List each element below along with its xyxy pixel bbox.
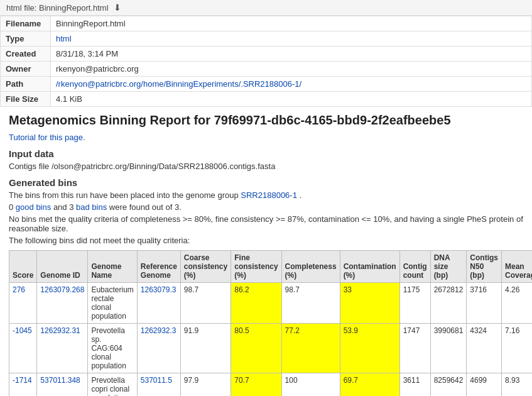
table-cell: 70.7 bbox=[231, 373, 281, 397]
table-cell[interactable]: 537011.348 bbox=[37, 373, 88, 397]
file-info-label: File Size bbox=[1, 92, 51, 107]
file-info-value: BinningReport.html bbox=[51, 16, 532, 31]
table-cell: 98.7 bbox=[281, 283, 340, 324]
top-bar: html file: BinningReport.html ⬇ bbox=[0, 0, 532, 16]
table-cell: 91.9 bbox=[180, 324, 231, 373]
table-header: Genome Name bbox=[88, 251, 137, 283]
bins-count-text: 0 good bins and 3 bad bins were found ou… bbox=[9, 202, 523, 212]
table-link[interactable]: 537011.348 bbox=[40, 376, 80, 385]
table-header: Reference Genome bbox=[137, 251, 180, 283]
table-header: Mean Coverage bbox=[502, 251, 532, 283]
table-row: -1714537011.348Prevotella copri clonal p… bbox=[9, 373, 533, 397]
table-link[interactable]: -1045 bbox=[13, 326, 32, 335]
bad-bins-link[interactable]: bad bins bbox=[76, 202, 107, 212]
table-header: Fine consistency (%) bbox=[231, 251, 281, 283]
table-cell: Prevotella sp. CAG:604 clonal population bbox=[88, 324, 137, 373]
generated-bins-heading: Generated bins bbox=[9, 177, 523, 188]
file-info-link[interactable]: html bbox=[56, 34, 72, 43]
file-info-value[interactable]: html bbox=[51, 31, 532, 47]
top-bar-title: html file: BinningReport.html bbox=[6, 3, 109, 13]
table-link[interactable]: 1262932.3 bbox=[141, 326, 176, 335]
good-bins-link[interactable]: good bins bbox=[16, 202, 51, 212]
table-header: Contig count bbox=[399, 251, 430, 283]
table-cell[interactable]: -1045 bbox=[9, 324, 37, 373]
file-info-link[interactable]: /rkenyon@patricbrc.org/home/BinningExper… bbox=[56, 79, 301, 89]
file-info-label: Type bbox=[1, 31, 51, 47]
table-cell: 8.93 bbox=[502, 373, 532, 397]
table-cell: 4.26 bbox=[502, 283, 532, 324]
file-info-value: rkenyon@patricbrc.org bbox=[51, 62, 532, 77]
table-cell: 3990681 bbox=[430, 324, 467, 373]
table-cell: 98.7 bbox=[180, 283, 231, 324]
bins-table: ScoreGenome IDGenome NameReference Genom… bbox=[9, 250, 532, 396]
table-link[interactable]: 1263079.268 bbox=[40, 285, 84, 294]
table-link[interactable]: 537011.5 bbox=[141, 376, 172, 385]
table-cell: 3611 bbox=[399, 373, 430, 397]
table-cell[interactable]: 1263079.268 bbox=[37, 283, 88, 324]
did-not-meet-text: The following bins did not meet the qual… bbox=[9, 236, 523, 245]
table-cell: 80.5 bbox=[231, 324, 281, 373]
table-cell: 86.2 bbox=[231, 283, 281, 324]
file-info-table: FilenameBinningReport.htmlTypehtmlCreate… bbox=[0, 16, 532, 107]
table-cell: 4699 bbox=[467, 373, 502, 397]
main-content: Metagenomics Binning Report for 79f69971… bbox=[0, 107, 532, 396]
table-cell: 1747 bbox=[399, 324, 430, 373]
file-info-value[interactable]: /rkenyon@patricbrc.org/home/BinningExper… bbox=[51, 77, 532, 92]
table-cell: 4324 bbox=[467, 324, 502, 373]
table-cell: 53.9 bbox=[340, 324, 399, 373]
input-data-heading: Input data bbox=[9, 148, 523, 159]
report-title: Metagenomics Binning Report for 79f69971… bbox=[9, 113, 523, 128]
table-header: Contigs N50 (bp) bbox=[467, 251, 502, 283]
bins-placed-text: The bins from this run have been placed … bbox=[9, 190, 523, 200]
file-info-label: Filename bbox=[1, 16, 51, 31]
table-cell: Prevotella copri clonal population bbox=[88, 373, 137, 397]
table-cell[interactable]: 537011.5 bbox=[137, 373, 180, 397]
file-info-value: 8/31/18, 3:14 PM bbox=[51, 47, 532, 62]
table-link[interactable]: 1263079.3 bbox=[141, 285, 176, 294]
table-row: -10451262932.31Prevotella sp. CAG:604 cl… bbox=[9, 324, 533, 373]
table-cell: 33 bbox=[340, 283, 399, 324]
table-cell[interactable]: 1263079.3 bbox=[137, 283, 180, 324]
table-cell: 3716 bbox=[467, 283, 502, 324]
table-cell[interactable]: -1714 bbox=[9, 373, 37, 397]
table-cell: Eubacterium rectale clonal population bbox=[88, 283, 137, 324]
contigs-file-text: Contigs file /olson@patricbrc.org/Binnin… bbox=[9, 162, 523, 171]
table-cell: 2672812 bbox=[430, 283, 467, 324]
table-cell: 77.2 bbox=[281, 324, 340, 373]
table-cell: 8259642 bbox=[430, 373, 467, 397]
download-icon[interactable]: ⬇ bbox=[114, 3, 121, 13]
table-header: Completeness (%) bbox=[281, 251, 340, 283]
table-header: Genome ID bbox=[37, 251, 88, 283]
table-link[interactable]: 276 bbox=[13, 285, 25, 294]
file-info-value: 4.1 KiB bbox=[51, 92, 532, 107]
table-header: Contamination (%) bbox=[340, 251, 399, 283]
table-cell: 69.7 bbox=[340, 373, 399, 397]
table-header: Coarse consistency (%) bbox=[180, 251, 231, 283]
quality-criteria-text: No bins met the quality criteria of comp… bbox=[9, 214, 523, 233]
table-cell[interactable]: 276 bbox=[9, 283, 37, 324]
table-link[interactable]: 1262932.31 bbox=[40, 326, 80, 335]
table-cell: 7.16 bbox=[502, 324, 532, 373]
file-info-label: Owner bbox=[1, 62, 51, 77]
table-cell[interactable]: 1262932.31 bbox=[37, 324, 88, 373]
genome-group-link[interactable]: SRR2188006-1 bbox=[241, 190, 297, 200]
table-cell: 1175 bbox=[399, 283, 430, 324]
file-info-label: Created bbox=[1, 47, 51, 62]
table-cell: 100 bbox=[281, 373, 340, 397]
tutorial-link[interactable]: Tutorial for this page. bbox=[9, 133, 85, 142]
table-cell[interactable]: 1262932.3 bbox=[137, 324, 180, 373]
table-link[interactable]: -1714 bbox=[13, 376, 32, 385]
table-row: 2761263079.268Eubacterium rectale clonal… bbox=[9, 283, 533, 324]
table-header: DNA size (bp) bbox=[430, 251, 467, 283]
file-info-label: Path bbox=[1, 77, 51, 92]
table-header: Score bbox=[9, 251, 37, 283]
table-cell: 97.9 bbox=[180, 373, 231, 397]
